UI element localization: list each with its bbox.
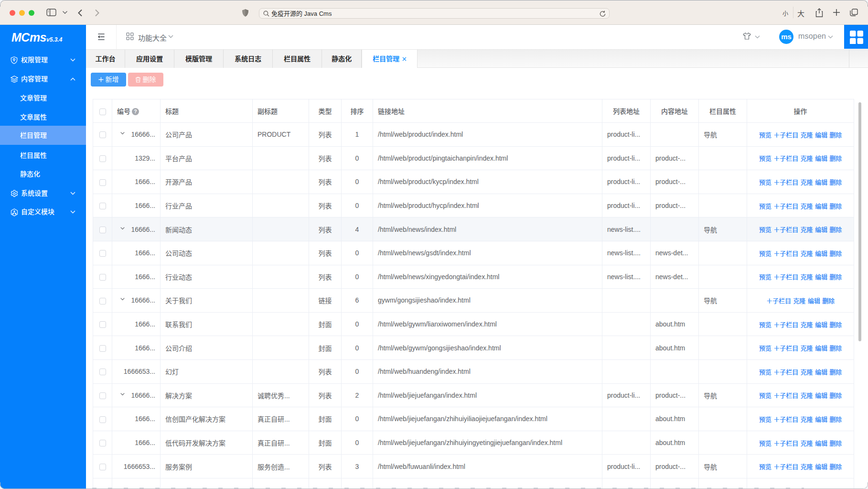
svg-text:?: ? (134, 108, 137, 115)
